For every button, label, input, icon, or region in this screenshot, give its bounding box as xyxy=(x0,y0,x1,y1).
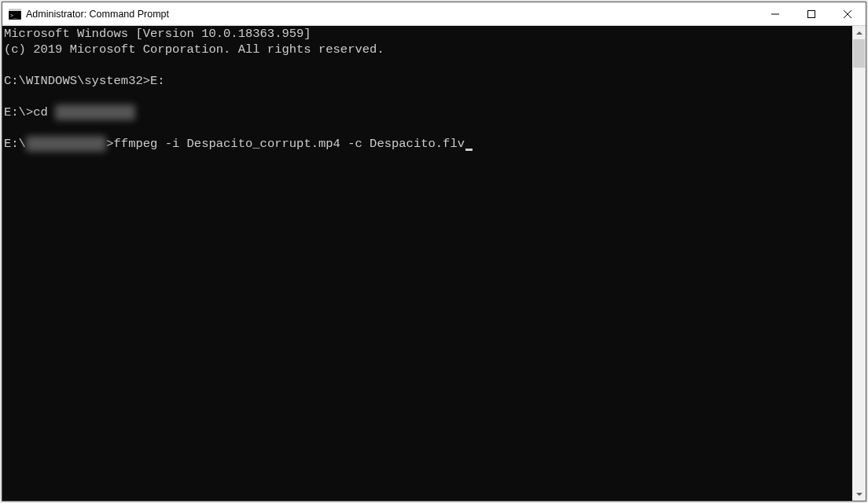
client-area: Microsoft Windows [Version 10.0.18363.95… xyxy=(2,26,866,501)
maximize-button[interactable] xyxy=(793,2,829,25)
command-3: ffmpeg -i Despacito_corrupt.mp4 -c Despa… xyxy=(114,137,465,151)
scroll-down-button[interactable] xyxy=(852,487,866,501)
terminal-output[interactable]: Microsoft Windows [Version 10.0.18363.95… xyxy=(2,26,852,501)
prompt-3-post: > xyxy=(106,137,113,151)
scroll-up-button[interactable] xyxy=(852,26,866,39)
redacted-text: Video Songs xyxy=(26,136,106,152)
redacted-text: Video Songs xyxy=(55,105,135,120)
scrollbar-thumb[interactable] xyxy=(853,39,865,68)
prompt-3-pre: E:\ xyxy=(4,137,26,151)
svg-text:>_: >_ xyxy=(10,13,17,19)
minimize-button[interactable] xyxy=(757,2,793,25)
command-2-pre: cd xyxy=(33,105,55,119)
prompt-2: E:\> xyxy=(4,105,33,119)
close-button[interactable] xyxy=(829,2,866,25)
chevron-down-icon xyxy=(856,493,862,496)
copyright-line: (c) 2019 Microsoft Corporation. All righ… xyxy=(4,42,851,57)
cursor-icon xyxy=(465,149,473,151)
scrollbar-track[interactable] xyxy=(852,39,866,487)
command-prompt-window: >_ Administrator: Command Prompt Microso… xyxy=(2,2,866,501)
cmd-icon: >_ xyxy=(9,9,21,20)
command-1: E: xyxy=(150,74,165,88)
window-title: Administrator: Command Prompt xyxy=(26,9,757,20)
prompt-line-3: E:\Video Songs>ffmpeg -i Despacito_corru… xyxy=(4,136,851,152)
prompt-1: C:\WINDOWS\system32> xyxy=(4,74,150,88)
titlebar[interactable]: >_ Administrator: Command Prompt xyxy=(2,2,866,26)
vertical-scrollbar[interactable] xyxy=(852,26,866,501)
prompt-line-2: E:\>cd Video Songs xyxy=(4,105,851,120)
svg-rect-4 xyxy=(808,10,815,17)
svg-rect-1 xyxy=(9,9,21,11)
prompt-line-1: C:\WINDOWS\system32>E: xyxy=(4,73,851,89)
chevron-up-icon xyxy=(856,31,862,35)
version-line: Microsoft Windows [Version 10.0.18363.95… xyxy=(4,26,851,42)
window-controls xyxy=(757,2,866,25)
